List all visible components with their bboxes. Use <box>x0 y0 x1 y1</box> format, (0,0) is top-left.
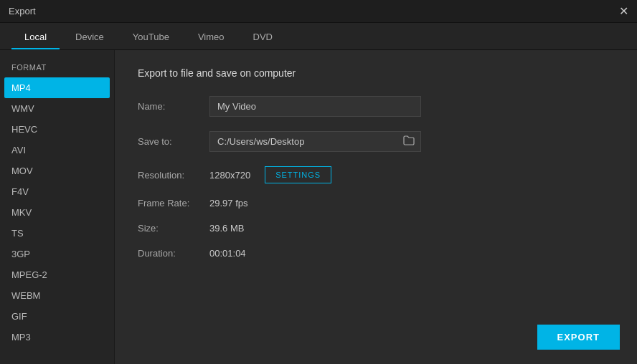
settings-button[interactable]: SETTINGS <box>265 166 331 183</box>
sidebar-item-3gp[interactable]: 3GP <box>0 244 114 264</box>
save-to-row: Save to: <box>138 131 614 152</box>
sidebar-item-hevc[interactable]: HEVC <box>0 119 114 140</box>
sidebar-item-webm[interactable]: WEBM <box>0 285 114 306</box>
size-value: 39.6 MB <box>209 223 244 234</box>
format-sidebar: Format MP4 WMV HEVC AVI MOV F4V MKV TS 3… <box>0 50 115 364</box>
title-bar: Export ✕ <box>0 0 637 23</box>
sidebar-item-ts[interactable]: TS <box>0 223 114 244</box>
sidebar-item-mpeg2[interactable]: MPEG-2 <box>0 264 114 285</box>
export-content: Export to file and save on computer Name… <box>115 50 637 364</box>
tab-dvd[interactable]: DVD <box>240 26 286 49</box>
save-to-label: Save to: <box>138 136 209 147</box>
tab-device[interactable]: Device <box>62 26 117 49</box>
close-button[interactable]: ✕ <box>619 6 628 17</box>
framerate-row: Frame Rate: 29.97 fps <box>138 198 614 209</box>
sidebar-item-mp4[interactable]: MP4 <box>4 77 110 98</box>
content-title: Export to file and save on computer <box>138 67 614 79</box>
resolution-label: Resolution: <box>138 170 209 181</box>
save-to-field <box>209 131 421 152</box>
sidebar-item-wmv[interactable]: WMV <box>0 98 114 119</box>
main-layout: Format MP4 WMV HEVC AVI MOV F4V MKV TS 3… <box>0 50 637 364</box>
sidebar-item-gif[interactable]: GIF <box>0 306 114 327</box>
size-row: Size: 39.6 MB <box>138 223 614 234</box>
sidebar-heading: Format <box>0 59 114 77</box>
sidebar-item-f4v[interactable]: F4V <box>0 181 114 202</box>
name-input[interactable] <box>209 96 421 117</box>
duration-label: Duration: <box>138 248 209 259</box>
sidebar-item-mp3[interactable]: MP3 <box>0 327 114 348</box>
sidebar-item-mov[interactable]: MOV <box>0 161 114 181</box>
resolution-row: Resolution: 1280x720 SETTINGS <box>138 166 614 183</box>
dialog-title: Export <box>9 6 36 16</box>
folder-icon <box>403 135 415 145</box>
duration-row: Duration: 00:01:04 <box>138 248 614 259</box>
sidebar-item-mkv[interactable]: MKV <box>0 202 114 223</box>
duration-value: 00:01:04 <box>209 248 246 259</box>
save-to-input[interactable] <box>210 132 397 151</box>
framerate-value: 29.97 fps <box>209 198 248 209</box>
tab-vimeo[interactable]: Vimeo <box>185 26 237 49</box>
tab-youtube[interactable]: YouTube <box>120 26 182 49</box>
size-label: Size: <box>138 223 209 234</box>
tabs-bar: Local Device YouTube Vimeo DVD <box>0 23 637 50</box>
resolution-value: 1280x720 <box>209 170 250 181</box>
name-row: Name: <box>138 96 614 117</box>
sidebar-item-avi[interactable]: AVI <box>0 140 114 161</box>
export-button[interactable]: EXPORT <box>537 325 620 350</box>
browse-folder-button[interactable] <box>397 133 420 150</box>
tab-local[interactable]: Local <box>11 26 60 49</box>
name-label: Name: <box>138 101 209 112</box>
framerate-label: Frame Rate: <box>138 198 209 209</box>
